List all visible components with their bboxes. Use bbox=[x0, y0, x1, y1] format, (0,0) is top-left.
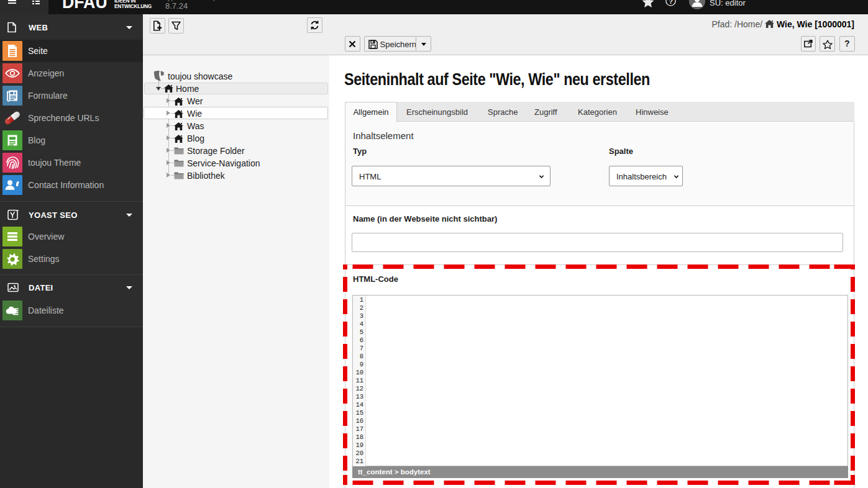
svg-text:?: ? bbox=[669, 0, 673, 5]
